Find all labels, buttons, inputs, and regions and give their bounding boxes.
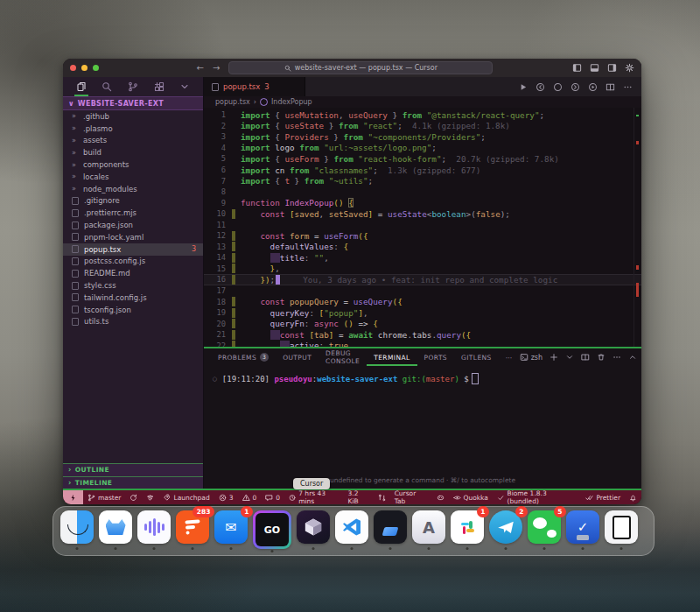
- split-icon[interactable]: [606, 82, 615, 92]
- file-tree-item-postcss.config.js[interactable]: postcss.config.js: [63, 256, 203, 268]
- file-tree-item-.prettierrc.mjs[interactable]: .prettierrc.mjs: [63, 207, 203, 219]
- code-line-7[interactable]: 7import { t } from "~utils";: [204, 175, 641, 186]
- status-biome[interactable]: Biome 1.8.3 (bundled): [493, 490, 581, 504]
- maximize-panel-icon[interactable]: [628, 353, 637, 362]
- code-line-14[interactable]: 14 title: "",: [204, 252, 641, 264]
- file-tree-item-utils.ts[interactable]: utils.ts: [63, 316, 203, 328]
- close-window-button[interactable]: [70, 65, 76, 71]
- code-line-15[interactable]: 15 },: [204, 264, 641, 275]
- status-git-sync[interactable]: [125, 490, 142, 504]
- dock-app-cursor[interactable]: [297, 510, 330, 544]
- terminal-dropdown-icon[interactable]: [565, 353, 574, 362]
- new-terminal-icon[interactable]: [550, 353, 558, 362]
- more-icon[interactable]: [623, 82, 633, 92]
- file-tree-item-pnpm-lock.yaml[interactable]: pnpm-lock.yaml: [63, 231, 203, 243]
- file-tree-item-package.json[interactable]: package.json: [63, 219, 203, 231]
- panel-tab-terminal[interactable]: TERMINAL: [367, 348, 416, 366]
- code-line-18[interactable]: 18 const popupQuery = useQuery({: [204, 296, 641, 307]
- traffic-lights[interactable]: [70, 65, 117, 71]
- dock-app-vscode[interactable]: [335, 510, 368, 544]
- code-line-17[interactable]: 17: [204, 285, 641, 297]
- layout-left-icon[interactable]: [572, 63, 582, 73]
- panel-tab-problems[interactable]: PROBLEMS3: [211, 348, 276, 366]
- activity-chevdown[interactable]: [177, 79, 192, 95]
- sidebar-section-outline[interactable]: ›OUTLINE: [63, 463, 203, 476]
- code-line-4[interactable]: 4import logo from "url:~assets/logo.png"…: [204, 143, 641, 154]
- status-git-branch[interactable]: master: [83, 490, 125, 504]
- code-line-10[interactable]: 10 const [saved, setSaved] = useState<bo…: [204, 208, 641, 220]
- dock-app-goland[interactable]: GO: [253, 510, 291, 549]
- file-tree-item-build[interactable]: »build: [63, 146, 203, 158]
- code-line-8[interactable]: 8: [204, 186, 641, 198]
- kill-terminal-icon[interactable]: [597, 353, 606, 362]
- status-gitlens-launchpad[interactable]: Launchpad: [158, 490, 214, 504]
- terminal[interactable]: ○ [19:11:20] pseudoyu:website-saver-ext …: [204, 366, 641, 476]
- file-tree-item-locales[interactable]: »locales: [63, 171, 203, 183]
- dock-app-app-store[interactable]: A: [412, 510, 445, 544]
- file-tree-item-popup.tsx[interactable]: popup.tsx3: [63, 243, 203, 256]
- code-line-5[interactable]: 5import { useForm } from "react-hook-for…: [204, 153, 641, 165]
- dock-app-slack[interactable]: 1: [451, 510, 484, 544]
- sidebar-section-timeline[interactable]: ›TIMELINE: [63, 476, 203, 489]
- title-bar[interactable]: ← → website-saver-ext — popup.tsx — Curs…: [63, 59, 641, 77]
- dock-app-mail[interactable]: ✉1: [214, 510, 248, 544]
- minimize-window-button[interactable]: [81, 65, 88, 71]
- history-forward-icon[interactable]: →: [213, 63, 220, 73]
- file-tree-item-README.md[interactable]: README.md: [63, 267, 203, 279]
- panel-tab-⋯[interactable]: ⋯: [499, 348, 520, 366]
- layout-right-icon[interactable]: [607, 63, 617, 73]
- zoom-window-button[interactable]: [93, 65, 99, 71]
- status-quokka[interactable]: Quokka: [449, 490, 493, 504]
- breadcrumb-file[interactable]: popup.tsx: [215, 98, 250, 106]
- command-center[interactable]: website-saver-ext — popup.tsx — Cursor: [228, 61, 493, 74]
- panel-tab-ports[interactable]: PORTS: [417, 348, 454, 366]
- status-prettier[interactable]: Prettier: [581, 490, 625, 504]
- status-problems-errors[interactable]: 3: [214, 490, 238, 504]
- dock-app-warp[interactable]: [374, 510, 407, 544]
- status-problems-warnings[interactable]: 0: [238, 490, 262, 504]
- activity-files[interactable]: [74, 79, 89, 95]
- back-circle-icon[interactable]: [536, 82, 545, 92]
- status-notifications-icon[interactable]: [625, 490, 641, 504]
- code-editor[interactable]: 1import { useMutation, useQuery } from "…: [204, 108, 641, 347]
- panel-tab-debug-console[interactable]: DEBUG CONSOLE: [318, 348, 367, 366]
- panel-tab-output[interactable]: OUTPUT: [276, 348, 318, 366]
- code-line-3[interactable]: 3import { Providers } from "~components/…: [204, 131, 641, 143]
- status-gitlens[interactable]: [142, 490, 158, 504]
- status-remote-indicator[interactable]: [63, 490, 83, 504]
- activity-extensions[interactable]: [151, 79, 167, 95]
- fwd-circle-icon[interactable]: [570, 82, 580, 92]
- file-tree-item-tailwind.config.js[interactable]: tailwind.config.js: [63, 292, 203, 304]
- file-tree-item-assets[interactable]: »assets: [63, 135, 203, 147]
- code-line-11[interactable]: 11: [204, 219, 641, 230]
- activity-source-control[interactable]: [125, 79, 141, 95]
- layout-controls[interactable]: [572, 63, 634, 73]
- file-tree-item-components[interactable]: »components: [63, 158, 203, 171]
- file-tree-item-.gitignore[interactable]: .gitignore: [63, 195, 203, 208]
- dock-app-wechat[interactable]: 5: [528, 510, 561, 544]
- code-line-19[interactable]: 19 queryKey: ["popup"],: [204, 307, 641, 319]
- dock-app-tasks-app[interactable]: ✓: [566, 510, 599, 544]
- dock-app-finder[interactable]: [60, 510, 94, 544]
- breadcrumb[interactable]: popup.tsx › IndexPopup: [204, 96, 641, 108]
- status-wakatime[interactable]: 7 hrs 43 mins: [284, 490, 344, 504]
- file-tree-item-tsconfig.json[interactable]: tsconfig.json: [63, 304, 203, 316]
- file-tree-item-node_modules[interactable]: »node_modules: [63, 183, 203, 195]
- explorer-header[interactable]: ∨ WEBSITE-SAVER-EXT: [63, 96, 203, 110]
- code-line-21[interactable]: 21 const [tab] = await chrome.tabs.query…: [204, 329, 641, 341]
- activity-search[interactable]: [99, 79, 115, 95]
- code-line-13[interactable]: 13 defaultValues: {: [204, 242, 641, 253]
- panel-tab-gitlens[interactable]: GITLENS: [454, 348, 499, 366]
- code-line-6[interactable]: 6import cn from "classnames"; 1.3k (gzip…: [204, 165, 641, 176]
- file-tree-item-.plasmo[interactable]: ».plasmo: [63, 123, 203, 135]
- panel-more-icon[interactable]: [612, 353, 621, 362]
- circle-icon[interactable]: [553, 82, 563, 92]
- code-line-12[interactable]: 12 const form = useForm({: [204, 230, 641, 242]
- breadcrumb-symbol[interactable]: IndexPopup: [271, 98, 312, 106]
- history-back-icon[interactable]: ←: [197, 63, 204, 73]
- status-feedback[interactable]: 0: [261, 490, 284, 504]
- code-line-2[interactable]: 2import { useState } from "react"; 4.1k …: [204, 121, 641, 132]
- code-line-1[interactable]: 1import { useMutation, useQuery } from "…: [204, 109, 641, 121]
- code-line-20[interactable]: 20 queryFn: async () => {: [204, 318, 641, 329]
- status-git-compare[interactable]: [374, 490, 390, 504]
